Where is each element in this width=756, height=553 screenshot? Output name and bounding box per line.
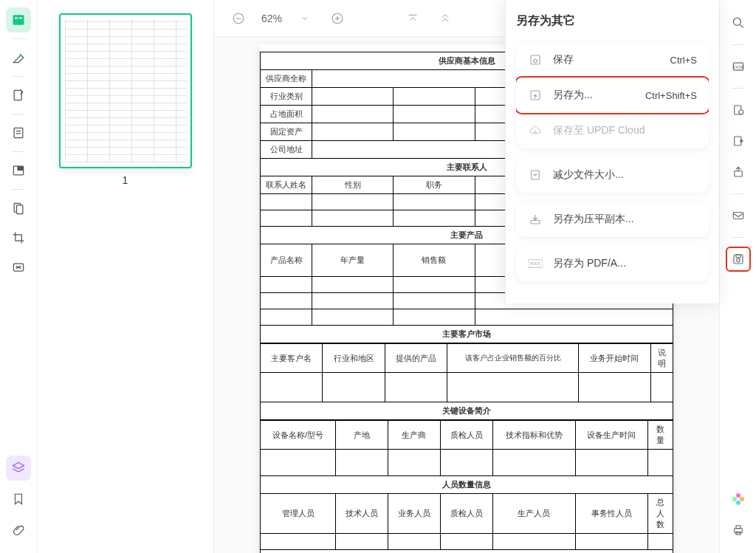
svg-rect-10: [16, 205, 22, 214]
left-toolbar: [0, 0, 37, 553]
save-button[interactable]: 保存 Ctrl+S: [516, 42, 709, 78]
read-mode-icon[interactable]: [6, 7, 31, 32]
save-as-panel: 另存为其它 保存 Ctrl+S 另存为... Ctrl+Shift+S 保存至 …: [505, 0, 719, 303]
thumbnail-panel: 1: [37, 0, 214, 553]
svg-rect-4: [14, 128, 23, 137]
svg-rect-1: [15, 18, 18, 19]
protect-icon[interactable]: [726, 97, 751, 123]
reduce-icon: [528, 168, 543, 182]
edit-page-icon[interactable]: [6, 83, 31, 108]
ai-flower-icon[interactable]: [726, 487, 751, 512]
share-icon[interactable]: [726, 159, 751, 185]
scroll-top-icon[interactable]: [403, 9, 422, 28]
thumbnail-page-number: 1: [59, 174, 191, 186]
form-icon[interactable]: [6, 158, 31, 183]
save-icon: [528, 52, 543, 67]
save-cloud-button[interactable]: 保存至 UPDF Cloud: [516, 113, 709, 148]
separator: [12, 189, 25, 190]
svg-rect-3: [14, 90, 21, 100]
svg-rect-8: [17, 166, 23, 171]
svg-point-39: [736, 501, 740, 505]
print-icon[interactable]: [726, 518, 751, 543]
zoom-in-button[interactable]: [328, 9, 347, 28]
zoom-out-button[interactable]: [229, 9, 248, 28]
highlight-icon[interactable]: [6, 45, 31, 70]
redact-icon[interactable]: [6, 255, 31, 280]
svg-text:OCR: OCR: [733, 65, 743, 69]
svg-point-40: [732, 497, 737, 501]
separator: [12, 76, 25, 77]
section-market: 主要客户市场: [261, 326, 673, 343]
section-fin: 财务信息: [261, 550, 673, 554]
section-staff: 人员数量信息: [261, 476, 673, 494]
svg-rect-33: [733, 213, 743, 219]
attachment-icon[interactable]: [6, 518, 31, 543]
right-toolbar: OCR: [719, 0, 756, 553]
pdfa-icon: PDF/A: [528, 256, 543, 271]
flatten-icon: [528, 212, 543, 227]
svg-rect-36: [736, 255, 740, 258]
email-icon[interactable]: [726, 203, 751, 228]
flatten-button[interactable]: 另存为压平副本...: [516, 202, 709, 237]
svg-rect-22: [531, 221, 540, 224]
pdfa-button[interactable]: PDF/A 另存为 PDF/A...: [516, 246, 709, 281]
svg-point-38: [740, 497, 744, 501]
cloud-icon: [528, 123, 543, 138]
save-panel-toggle-icon[interactable]: [726, 247, 751, 272]
separator: [12, 114, 25, 114]
zoom-dropdown-icon[interactable]: [295, 9, 315, 28]
separator: [12, 151, 25, 152]
layers-icon[interactable]: [6, 456, 31, 481]
svg-rect-0: [13, 15, 24, 24]
svg-point-30: [738, 110, 743, 114]
text-page-icon[interactable]: [6, 120, 31, 145]
svg-point-35: [736, 258, 740, 262]
separator: [12, 38, 25, 39]
section-equip: 关键设备简介: [261, 402, 673, 420]
svg-point-25: [733, 18, 740, 25]
page-thumbnail-1[interactable]: [59, 13, 192, 168]
organize-icon[interactable]: [6, 196, 31, 221]
panel-title: 另存为其它: [516, 13, 709, 29]
reduce-size-button[interactable]: 减少文件大小...: [516, 157, 709, 193]
crop-icon[interactable]: [6, 225, 31, 250]
svg-point-19: [534, 59, 537, 63]
save-as-shortcut: Ctrl+Shift+S: [645, 90, 697, 101]
svg-line-26: [740, 25, 743, 28]
scroll-up-icon[interactable]: [436, 9, 455, 28]
bookmark-icon[interactable]: [6, 487, 31, 512]
svg-rect-2: [18, 18, 21, 19]
ocr-icon[interactable]: OCR: [726, 54, 751, 79]
export-icon[interactable]: [726, 128, 751, 154]
save-as-button[interactable]: 另存为... Ctrl+Shift+S: [516, 76, 709, 114]
svg-point-37: [736, 493, 740, 498]
save-as-icon: [528, 88, 543, 103]
svg-rect-41: [734, 529, 742, 533]
zoom-value: 62%: [261, 13, 282, 24]
search-icon[interactable]: [726, 10, 751, 35]
svg-text:PDF/A: PDF/A: [530, 262, 541, 266]
save-shortcut: Ctrl+S: [670, 55, 697, 66]
svg-rect-42: [736, 526, 740, 529]
